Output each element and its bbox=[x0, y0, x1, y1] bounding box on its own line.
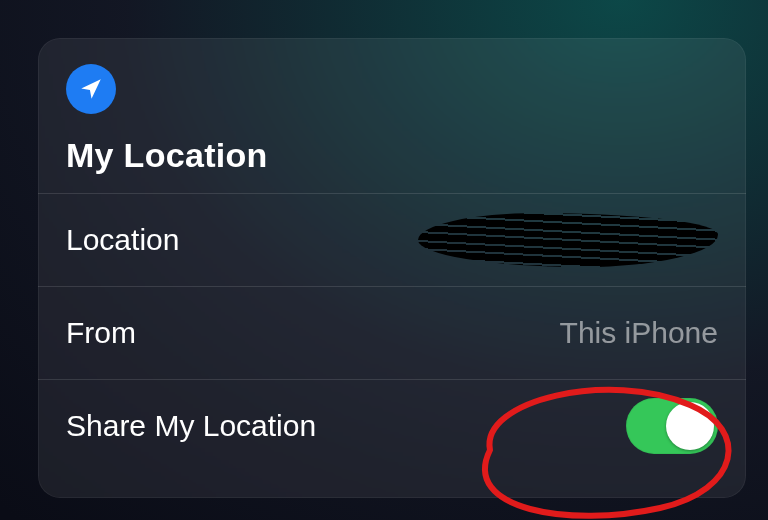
location-label: Location bbox=[66, 223, 179, 257]
share-my-location-row: Share My Location bbox=[38, 379, 746, 472]
toggle-knob bbox=[666, 402, 714, 450]
panel-title: My Location bbox=[66, 136, 718, 175]
from-row[interactable]: From This iPhone bbox=[38, 286, 746, 379]
location-arrow-icon bbox=[66, 64, 116, 114]
panel-header: My Location bbox=[38, 38, 746, 193]
location-row[interactable]: Location bbox=[38, 193, 746, 286]
share-my-location-label: Share My Location bbox=[66, 409, 316, 443]
from-label: From bbox=[66, 316, 136, 350]
from-value: This iPhone bbox=[560, 316, 718, 350]
my-location-panel: My Location Location From This iPhone Sh… bbox=[38, 38, 746, 498]
share-my-location-toggle[interactable] bbox=[626, 398, 718, 454]
location-value-redacted bbox=[418, 213, 718, 267]
